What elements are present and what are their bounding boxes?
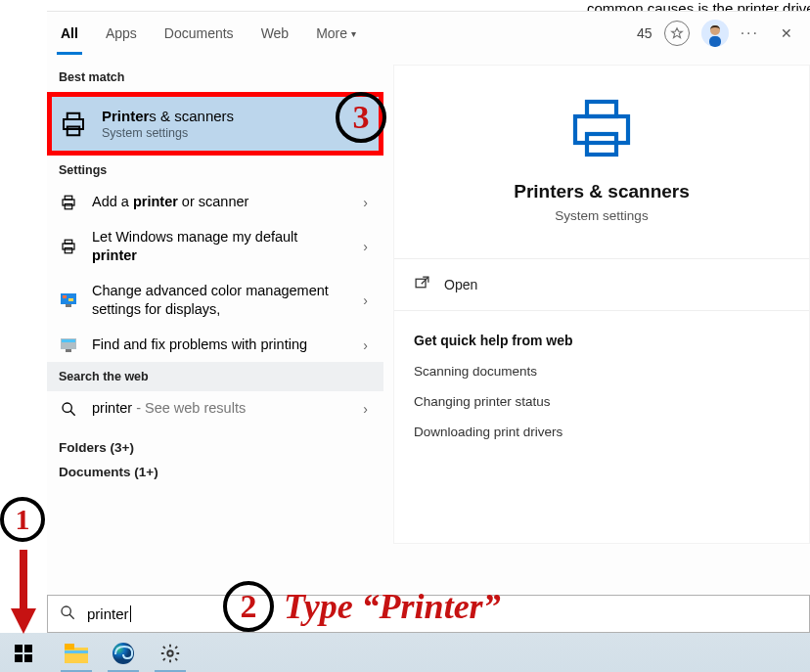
search-icon — [48, 605, 87, 624]
help-heading: Get quick help from web — [394, 311, 809, 356]
chevron-down-icon: ▾ — [351, 28, 356, 39]
preview-subtitle: System settings — [394, 208, 809, 223]
svg-line-20 — [70, 411, 75, 416]
search-value: printer — [87, 605, 129, 622]
options-icon[interactable]: ··· — [741, 24, 759, 42]
svg-rect-24 — [416, 279, 426, 288]
display-icon — [59, 293, 78, 307]
svg-rect-15 — [66, 304, 71, 307]
settings-icon[interactable] — [151, 637, 190, 669]
printer-icon — [394, 93, 809, 167]
preview-pane: Printers & scanners System settings Open… — [393, 65, 810, 544]
svg-marker-38 — [11, 608, 36, 634]
tab-documents[interactable]: Documents — [151, 12, 248, 55]
tab-web[interactable]: Web — [248, 12, 303, 55]
chevron-right-icon: › — [363, 195, 368, 210]
start-button[interactable] — [4, 637, 43, 669]
svg-rect-8 — [65, 203, 72, 208]
svg-rect-31 — [24, 654, 32, 662]
chevron-right-icon: › — [363, 401, 368, 417]
search-results-panel: All Apps Documents Web More▾ 45 ··· ✕ Be… — [47, 11, 810, 596]
svg-rect-28 — [15, 645, 22, 652]
svg-rect-22 — [575, 116, 628, 143]
svg-point-36 — [167, 650, 173, 656]
section-search-web: Search the web — [47, 362, 383, 391]
svg-rect-32 — [65, 648, 88, 663]
svg-rect-18 — [66, 349, 71, 352]
annotation-step-2: 2 — [223, 581, 274, 632]
svg-rect-30 — [15, 654, 22, 662]
settings-add-printer[interactable]: Add a printer or scanner › — [47, 185, 383, 220]
svg-rect-13 — [63, 295, 67, 298]
best-match-text: Printers & scanners System settings — [102, 108, 234, 140]
user-avatar[interactable] — [701, 20, 729, 47]
chevron-right-icon: › — [363, 292, 368, 308]
svg-rect-34 — [65, 650, 88, 653]
best-match-printers-scanners[interactable]: Printers & scanners System settings — [47, 92, 383, 156]
search-tabs: All Apps Documents Web More▾ 45 ··· ✕ — [47, 12, 810, 55]
file-explorer-icon[interactable] — [57, 637, 96, 669]
tab-more[interactable]: More▾ — [302, 12, 370, 55]
svg-rect-2 — [709, 36, 721, 47]
rewards-points[interactable]: 45 — [637, 25, 652, 41]
web-result-printer[interactable]: printer - See web results › — [47, 391, 383, 426]
tab-apps[interactable]: Apps — [92, 12, 151, 55]
chevron-right-icon: › — [363, 239, 368, 254]
printer-icon — [59, 194, 78, 211]
rewards-icon[interactable] — [664, 21, 690, 46]
settings-color-management[interactable]: Change advanced color management setting… — [47, 274, 383, 328]
svg-rect-33 — [65, 644, 74, 650]
help-downloading-print-drivers[interactable]: Downloading print drivers — [394, 417, 809, 447]
svg-line-27 — [69, 614, 74, 619]
printer-icon — [59, 110, 88, 139]
preview-title: Printers & scanners — [394, 181, 809, 202]
edge-browser-icon[interactable] — [104, 637, 143, 669]
settings-default-printer[interactable]: Let Windows manage my default printer › — [47, 220, 383, 274]
search-icon — [59, 401, 78, 417]
text-cursor — [130, 605, 131, 622]
open-button[interactable]: Open — [394, 259, 809, 310]
folders-group[interactable]: Folders (3+) — [47, 426, 383, 461]
section-settings: Settings — [47, 156, 383, 185]
annotation-arrow — [9, 550, 38, 634]
section-best-match: Best match — [47, 63, 383, 92]
help-changing-printer-status[interactable]: Changing printer status — [394, 386, 809, 417]
annotation-label: Type “Printer” — [284, 586, 501, 627]
chevron-right-icon: › — [363, 337, 368, 353]
svg-rect-5 — [68, 126, 80, 135]
open-icon — [414, 275, 430, 294]
svg-rect-21 — [587, 102, 616, 116]
svg-line-25 — [422, 277, 428, 284]
svg-point-19 — [63, 403, 71, 412]
documents-group[interactable]: Documents (1+) — [47, 461, 383, 485]
printer-icon — [59, 238, 78, 255]
svg-rect-14 — [68, 298, 73, 301]
help-scanning-documents[interactable]: Scanning documents — [394, 356, 809, 386]
taskbar — [0, 633, 810, 672]
svg-rect-29 — [24, 645, 32, 652]
svg-rect-17 — [62, 339, 75, 342]
results-left-column: Best match Printers & scanners System se… — [47, 63, 383, 485]
troubleshoot-icon — [59, 338, 78, 352]
tab-all[interactable]: All — [47, 12, 92, 55]
svg-rect-11 — [65, 248, 72, 253]
annotation-step-3: 3 — [336, 92, 386, 143]
settings-troubleshoot-printing[interactable]: Find and fix problems with printing › — [47, 328, 383, 363]
svg-point-26 — [62, 606, 70, 615]
annotation-step-1: 1 — [0, 497, 45, 542]
close-icon[interactable]: ✕ — [771, 25, 802, 41]
